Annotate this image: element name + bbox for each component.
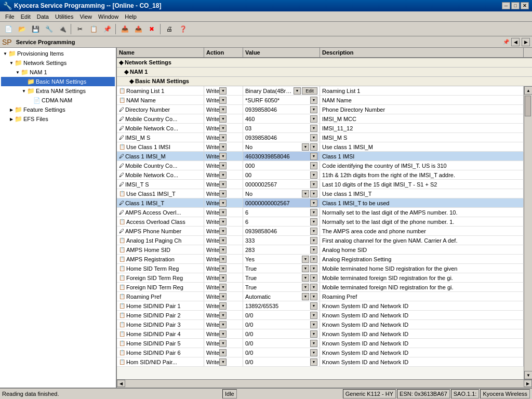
edit-btn-0[interactable]: Edit [302,87,317,95]
scroll-thumb[interactable] [525,96,531,116]
action-dropdown-2[interactable]: ▼ [219,106,227,113]
action-dropdown-23[interactable]: ▼ [219,302,227,310]
value-dropdown-29[interactable]: ▼ [310,358,317,366]
vertical-scrollbar[interactable]: ▲ ▼ [524,86,532,379]
value-dropdown2-11[interactable]: ▼ [310,190,317,197]
scroll-down-button[interactable]: ▼ [524,371,532,379]
scroll-track[interactable] [524,95,532,371]
col-header-action[interactable]: Action [204,48,243,57]
action-dropdown-28[interactable]: ▼ [219,349,227,356]
value-dropdown2-20[interactable]: ▼ [310,274,317,282]
col-header-description[interactable]: Description [320,48,524,57]
value-dropdown2-6[interactable]: ▼ [310,143,317,151]
minimize-button[interactable]: ─ [502,2,510,9]
menu-window[interactable]: Window [95,12,122,21]
tree-item-extra-nam-settings[interactable]: ▼ 📁 Extra NAM Settings [1,86,115,96]
tb-copy-button[interactable]: 📋 [87,23,100,35]
action-dropdown-20[interactable]: ▼ [219,274,227,282]
value-dropdown-28[interactable]: ▼ [310,349,317,356]
tree-item-efs-files[interactable]: ▶ 📁 EFS Files [1,114,115,124]
action-dropdown-12[interactable]: ▼ [219,200,227,207]
value-dropdown-6[interactable]: ▼ [302,143,309,151]
tree-item-cdma-nam[interactable]: 📄 CDMA NAM [1,96,115,105]
value-dropdown-13[interactable]: ▼ [310,209,317,216]
value-dropdown-26[interactable]: ▼ [310,330,317,338]
menu-utilities[interactable]: Utilities [52,12,76,21]
close-button[interactable]: ✕ [521,2,529,9]
value-dropdown2-22[interactable]: ▼ [310,293,317,300]
tree-item-basic-nam-settings[interactable]: 📁 Basic NAM Settings [1,77,115,86]
hscroll-right-button[interactable]: ▶ [524,380,532,387]
value-dropdown2-21[interactable]: ▼ [310,284,317,291]
menu-data[interactable]: Data [34,12,52,21]
sp-nav-forward[interactable]: ▶ [522,38,530,46]
maximize-button[interactable]: □ [511,2,520,9]
value-dropdown-10[interactable]: ▼ [310,181,317,188]
value-dropdown2-18[interactable]: ▼ [310,256,317,263]
action-dropdown-29[interactable]: ▼ [219,358,227,366]
action-dropdown-0[interactable]: ▼ [219,87,227,95]
value-dropdown-24[interactable]: ▼ [310,312,317,319]
col-header-value[interactable]: Value [243,48,320,57]
tree-item-provisioning[interactable]: ▼ 📁 Provisioning Items [1,49,115,58]
action-dropdown-1[interactable]: ▼ [219,97,227,104]
hscroll-left-button[interactable]: ◀ [117,380,125,387]
value-dropdown-18[interactable]: ▼ [302,256,309,263]
tb-stop-button[interactable]: ✖ [145,23,158,35]
value-dropdown-1[interactable]: ▼ [310,97,317,104]
action-dropdown-10[interactable]: ▼ [219,181,227,188]
value-dropdown-17[interactable]: ▼ [310,246,317,254]
action-dropdown-13[interactable]: ▼ [219,209,227,216]
tree-item-network-settings[interactable]: ▼ 📁 Network Settings [1,58,115,68]
value-dropdown-20[interactable]: ▼ [302,274,309,282]
tb-btn5[interactable]: 🔌 [56,23,69,35]
tb-write-button[interactable]: 📤 [132,23,144,35]
col-header-name[interactable]: Name [117,48,204,57]
action-dropdown-15[interactable]: ▼ [219,228,227,235]
value-dropdown-21[interactable]: ▼ [302,284,309,291]
value-dropdown-27[interactable]: ▼ [310,340,317,347]
value-dropdown-4[interactable]: ▼ [310,125,317,132]
tb-save-button[interactable]: 💾 [29,23,42,35]
hscroll-track[interactable] [125,380,524,388]
value-dropdown-23[interactable]: ▼ [310,302,317,310]
tb-new-button[interactable]: 📄 [2,23,15,35]
value-dropdown2-19[interactable]: ▼ [310,265,317,272]
action-dropdown-3[interactable]: ▼ [219,115,227,123]
action-dropdown-16[interactable]: ▼ [219,237,227,244]
tb-open-button[interactable]: 📂 [16,23,28,35]
value-dropdown-14[interactable]: ▼ [310,218,317,225]
value-dropdown-15[interactable]: ▼ [310,228,317,235]
value-dropdown-12[interactable]: ▼ [310,200,317,207]
value-dropdown-25[interactable]: ▼ [310,321,317,328]
horizontal-scrollbar[interactable]: ◀ ▶ [117,379,532,388]
sp-nav-back[interactable]: ◀ [511,38,520,46]
tb-paste-button[interactable]: 📌 [101,23,113,35]
action-dropdown-4[interactable]: ▼ [219,125,227,132]
action-dropdown-25[interactable]: ▼ [219,321,227,328]
value-dropdown-0[interactable]: ▼ [294,87,301,95]
value-dropdown-19[interactable]: ▼ [302,265,309,272]
action-dropdown-19[interactable]: ▼ [219,265,227,272]
value-dropdown-8[interactable]: ▼ [310,162,317,169]
tb-print-button[interactable]: 🖨 [163,23,176,35]
value-dropdown-16[interactable]: ▼ [310,237,317,244]
action-dropdown-6[interactable]: ▼ [219,143,227,151]
action-dropdown-17[interactable]: ▼ [219,246,227,254]
action-dropdown-27[interactable]: ▼ [219,340,227,347]
action-dropdown-21[interactable]: ▼ [219,284,227,291]
value-dropdown-9[interactable]: ▼ [310,171,317,179]
action-dropdown-24[interactable]: ▼ [219,312,227,319]
action-dropdown-18[interactable]: ▼ [219,256,227,263]
tree-item-nam1[interactable]: ▼ 📁 NAM 1 [1,68,115,77]
action-dropdown-22[interactable]: ▼ [219,293,227,300]
action-dropdown-5[interactable]: ▼ [219,134,227,141]
tb-read-button[interactable]: 📥 [118,23,131,35]
value-dropdown-3[interactable]: ▼ [310,115,317,123]
menu-help[interactable]: Help [122,12,140,21]
action-dropdown-26[interactable]: ▼ [219,330,227,338]
menu-file[interactable]: File [2,12,18,21]
value-dropdown-2[interactable]: ▼ [310,106,317,113]
action-dropdown-9[interactable]: ▼ [219,171,227,179]
tree-item-feature-settings[interactable]: ▶ 📁 Feature Settings [1,105,115,114]
